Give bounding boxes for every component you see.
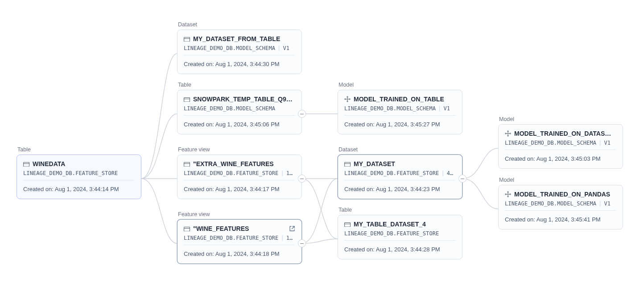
svg-rect-6 bbox=[184, 162, 190, 167]
table-icon bbox=[184, 225, 190, 232]
node-path: LINEAGE_DEMO_DB.FEATURE_STORE|1.0" bbox=[184, 170, 295, 180]
node-title: "WINE_FEATURES bbox=[193, 225, 249, 232]
node-winedata[interactable]: Table WINEDATA LINEAGE_DEMO_DB.FEATURE_S… bbox=[17, 146, 141, 199]
lineage-canvas[interactable]: Table WINEDATA LINEAGE_DEMO_DB.FEATURE_S… bbox=[0, 0, 644, 288]
external-link-icon[interactable] bbox=[289, 225, 295, 232]
node-title: MY_DATASET bbox=[354, 160, 395, 167]
node-model-trained-on-dataset[interactable]: Model MODEL_TRAINED_ON_DATAS… LINEAGE_DE… bbox=[498, 116, 623, 169]
node-type-label: Table bbox=[17, 146, 141, 153]
node-created: Created on: Aug 1, 2024, 3:45:27 PM bbox=[344, 121, 456, 128]
node-path: LINEAGE_DEMO_DB.FEATURE_STORE|4.0 bbox=[344, 170, 456, 180]
node-created: Created on: Aug 1, 2024, 3:44:30 PM bbox=[184, 61, 295, 67]
node-type-label: Dataset bbox=[178, 21, 302, 28]
node-my-table-dataset-4[interactable]: Table MY_TABLE_DATASET_4 LINEAGE_DEMO_DB… bbox=[338, 207, 462, 259]
node-type-label: Feature view bbox=[178, 146, 302, 153]
model-icon bbox=[344, 96, 351, 102]
node-type-label: Model bbox=[339, 82, 462, 88]
table-icon bbox=[184, 161, 190, 167]
node-wine-features[interactable]: Feature view "WINE_FEATURES LINEAGE_DEMO… bbox=[177, 211, 302, 264]
node-created: Created on: Aug 1, 2024, 3:45:41 PM bbox=[505, 216, 616, 223]
svg-rect-2 bbox=[184, 37, 190, 42]
table-icon bbox=[184, 36, 190, 42]
svg-rect-17 bbox=[344, 222, 350, 227]
node-type-label: Table bbox=[178, 82, 302, 88]
node-type-label: Model bbox=[499, 177, 623, 183]
table-icon bbox=[344, 221, 351, 227]
node-my-dataset[interactable]: Dataset MY_DATASET LINEAGE_DEMO_DB.FEATU… bbox=[338, 146, 462, 199]
node-title: "EXTRA_WINE_FEATURES bbox=[193, 160, 274, 167]
node-title: MY_DATASET_FROM_TABLE bbox=[193, 35, 280, 42]
node-title: MY_TABLE_DATASET_4 bbox=[354, 221, 426, 228]
svg-point-22 bbox=[508, 135, 508, 136]
table-icon bbox=[184, 96, 190, 102]
node-created: Created on: Aug 1, 2024, 3:44:18 PM bbox=[184, 250, 295, 257]
collapse-button[interactable] bbox=[298, 110, 306, 118]
node-created: Created on: Aug 1, 2024, 3:44:14 PM bbox=[23, 186, 135, 192]
svg-point-11 bbox=[347, 96, 348, 97]
node-extra-wine-features[interactable]: Feature view "EXTRA_WINE_FEATURES LINEAG… bbox=[177, 146, 302, 199]
node-path: LINEAGE_DEMO_DB.FEATURE_STORE bbox=[23, 170, 135, 180]
node-title: MODEL_TRAINED_ON_TABLE bbox=[354, 96, 444, 103]
svg-point-25 bbox=[510, 194, 511, 195]
node-model-trained-on-pandas[interactable]: Model MODEL_TRAINED_ON_PANDAS LINEAGE_DE… bbox=[498, 177, 623, 230]
node-created: Created on: Aug 1, 2024, 3:44:28 PM bbox=[344, 246, 456, 253]
svg-rect-4 bbox=[184, 97, 190, 102]
node-type-label: Feature view bbox=[178, 211, 302, 217]
svg-rect-8 bbox=[184, 227, 190, 231]
node-my-dataset-from-table[interactable]: Dataset MY_DATASET_FROM_TABLE LINEAGE_DE… bbox=[177, 21, 302, 74]
svg-point-23 bbox=[508, 192, 508, 192]
svg-point-19 bbox=[508, 131, 508, 132]
node-created: Created on: Aug 1, 2024, 3:45:06 PM bbox=[184, 121, 295, 128]
svg-point-13 bbox=[349, 99, 350, 100]
node-path: LINEAGE_DEMO_DB.MODEL_SCHEMA|V1 bbox=[505, 200, 616, 211]
svg-point-24 bbox=[505, 194, 506, 195]
svg-point-14 bbox=[347, 101, 348, 102]
node-path: LINEAGE_DEMO_DB.MODEL_SCHEMA bbox=[184, 105, 295, 116]
node-created: Created on: Aug 1, 2024, 3:44:23 PM bbox=[344, 186, 456, 192]
table-icon bbox=[23, 161, 29, 167]
svg-point-21 bbox=[510, 133, 511, 134]
collapse-button[interactable] bbox=[298, 175, 306, 183]
node-type-label: Dataset bbox=[339, 146, 462, 153]
svg-point-12 bbox=[345, 99, 346, 100]
node-created: Created on: Aug 1, 2024, 3:45:03 PM bbox=[505, 155, 616, 162]
svg-rect-0 bbox=[23, 162, 29, 167]
model-icon bbox=[505, 130, 511, 137]
svg-line-10 bbox=[292, 226, 295, 229]
node-type-label: Model bbox=[499, 116, 623, 122]
table-icon bbox=[344, 161, 351, 167]
node-title: MODEL_TRAINED_ON_DATAS… bbox=[514, 130, 611, 137]
node-type-label: Table bbox=[339, 207, 462, 213]
node-title: WINEDATA bbox=[33, 160, 65, 167]
node-path: LINEAGE_DEMO_DB.FEATURE_STORE bbox=[344, 230, 456, 241]
collapse-button[interactable] bbox=[298, 239, 306, 247]
node-path: LINEAGE_DEMO_DB.MODEL_SCHEMA|V1 bbox=[505, 140, 616, 150]
node-title: SNOWPARK_TEMP_TABLE_Q9… bbox=[193, 96, 293, 103]
node-path: LINEAGE_DEMO_DB.MODEL_SCHEMA|V1 bbox=[184, 45, 295, 55]
node-created: Created on: Aug 1, 2024, 3:44:17 PM bbox=[184, 186, 295, 192]
svg-rect-15 bbox=[344, 162, 350, 167]
node-path: LINEAGE_DEMO_DB.FEATURE_STORE|1.0" bbox=[184, 235, 295, 245]
node-title: MODEL_TRAINED_ON_PANDAS bbox=[514, 191, 610, 198]
model-icon bbox=[505, 191, 511, 197]
node-path: LINEAGE_DEMO_DB.MODEL_SCHEMA|V1 bbox=[344, 105, 456, 116]
node-snowpark-temp[interactable]: Table SNOWPARK_TEMP_TABLE_Q9… LINEAGE_DE… bbox=[177, 82, 302, 134]
svg-point-20 bbox=[505, 133, 506, 134]
node-model-trained-on-table[interactable]: Model MODEL_TRAINED_ON_TABLE LINEAGE_DEM… bbox=[338, 82, 462, 134]
collapse-button[interactable] bbox=[458, 175, 466, 183]
svg-point-26 bbox=[508, 196, 508, 197]
